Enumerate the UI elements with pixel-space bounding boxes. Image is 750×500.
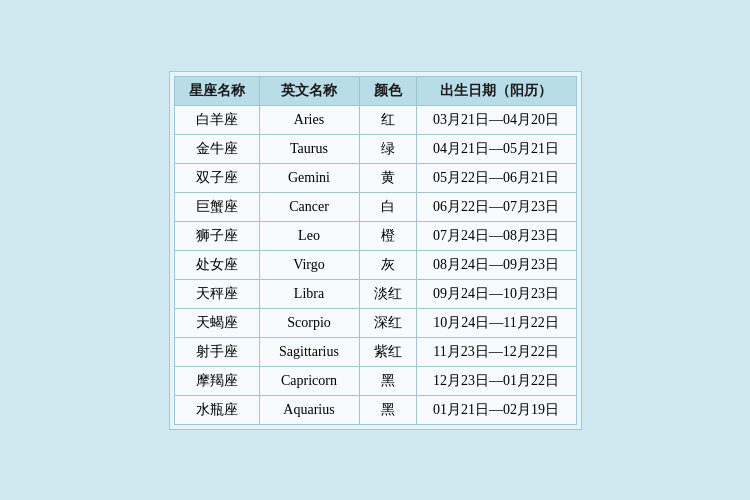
cell-en: Libra [259, 279, 359, 308]
cell-en: Virgo [259, 250, 359, 279]
cell-zh: 双子座 [174, 163, 259, 192]
cell-en: Capricorn [259, 366, 359, 395]
cell-color: 紫红 [359, 337, 416, 366]
table-row: 金牛座Taurus绿04月21日—05月21日 [174, 134, 576, 163]
header-date: 出生日期（阳历） [416, 76, 576, 105]
cell-zh: 水瓶座 [174, 395, 259, 424]
cell-zh: 巨蟹座 [174, 192, 259, 221]
cell-zh: 白羊座 [174, 105, 259, 134]
cell-color: 黑 [359, 395, 416, 424]
zodiac-table-wrapper: 星座名称 英文名称 颜色 出生日期（阳历） 白羊座Aries红03月21日—04… [169, 71, 582, 430]
table-row: 狮子座Leo橙07月24日—08月23日 [174, 221, 576, 250]
cell-color: 黄 [359, 163, 416, 192]
cell-en: Gemini [259, 163, 359, 192]
table-row: 天秤座Libra淡红09月24日—10月23日 [174, 279, 576, 308]
cell-color: 绿 [359, 134, 416, 163]
cell-color: 白 [359, 192, 416, 221]
cell-date: 03月21日—04月20日 [416, 105, 576, 134]
cell-date: 01月21日—02月19日 [416, 395, 576, 424]
table-row: 白羊座Aries红03月21日—04月20日 [174, 105, 576, 134]
zodiac-table: 星座名称 英文名称 颜色 出生日期（阳历） 白羊座Aries红03月21日—04… [174, 76, 577, 425]
header-zh: 星座名称 [174, 76, 259, 105]
cell-zh: 天蝎座 [174, 308, 259, 337]
cell-color: 黑 [359, 366, 416, 395]
cell-date: 10月24日—11月22日 [416, 308, 576, 337]
cell-color: 橙 [359, 221, 416, 250]
cell-date: 06月22日—07月23日 [416, 192, 576, 221]
header-color: 颜色 [359, 76, 416, 105]
cell-date: 09月24日—10月23日 [416, 279, 576, 308]
table-row: 水瓶座Aquarius黑01月21日—02月19日 [174, 395, 576, 424]
table-header-row: 星座名称 英文名称 颜色 出生日期（阳历） [174, 76, 576, 105]
cell-date: 08月24日—09月23日 [416, 250, 576, 279]
cell-zh: 处女座 [174, 250, 259, 279]
cell-date: 04月21日—05月21日 [416, 134, 576, 163]
table-row: 巨蟹座Cancer白06月22日—07月23日 [174, 192, 576, 221]
cell-date: 05月22日—06月21日 [416, 163, 576, 192]
table-row: 射手座Sagittarius紫红11月23日—12月22日 [174, 337, 576, 366]
cell-zh: 摩羯座 [174, 366, 259, 395]
table-row: 双子座Gemini黄05月22日—06月21日 [174, 163, 576, 192]
table-row: 摩羯座Capricorn黑12月23日—01月22日 [174, 366, 576, 395]
table-row: 处女座Virgo灰08月24日—09月23日 [174, 250, 576, 279]
cell-en: Leo [259, 221, 359, 250]
cell-zh: 天秤座 [174, 279, 259, 308]
cell-color: 深红 [359, 308, 416, 337]
cell-en: Sagittarius [259, 337, 359, 366]
cell-zh: 射手座 [174, 337, 259, 366]
cell-en: Aquarius [259, 395, 359, 424]
cell-date: 12月23日—01月22日 [416, 366, 576, 395]
cell-en: Aries [259, 105, 359, 134]
cell-zh: 狮子座 [174, 221, 259, 250]
cell-zh: 金牛座 [174, 134, 259, 163]
cell-en: Scorpio [259, 308, 359, 337]
cell-date: 11月23日—12月22日 [416, 337, 576, 366]
header-en: 英文名称 [259, 76, 359, 105]
cell-date: 07月24日—08月23日 [416, 221, 576, 250]
cell-color: 灰 [359, 250, 416, 279]
table-row: 天蝎座Scorpio深红10月24日—11月22日 [174, 308, 576, 337]
cell-color: 红 [359, 105, 416, 134]
cell-en: Cancer [259, 192, 359, 221]
cell-en: Taurus [259, 134, 359, 163]
cell-color: 淡红 [359, 279, 416, 308]
